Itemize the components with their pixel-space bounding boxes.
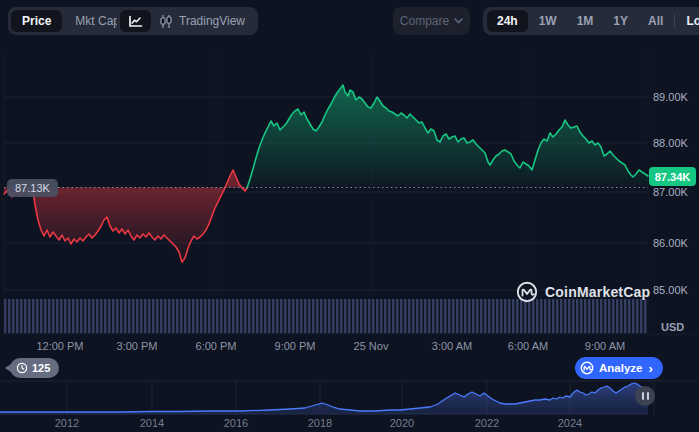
- line-chart-icon: [128, 15, 143, 28]
- analyze-label: Analyze: [599, 362, 642, 374]
- chart-toolbar: Price Mkt Cap: [0, 0, 699, 44]
- timeline-year-label: 2016: [214, 417, 258, 429]
- tradingview-chart-type-button[interactable]: TradingView: [153, 14, 255, 29]
- time-range-selector: 24h 1W 1M 1Y All Log: [483, 7, 699, 35]
- compare-button[interactable]: Compare: [393, 7, 470, 35]
- range-button-1w[interactable]: 1W: [530, 14, 566, 28]
- timeline-year-label: 2020: [380, 417, 424, 429]
- compare-label: Compare: [400, 14, 449, 28]
- analyze-button[interactable]: Analyze ›: [575, 357, 663, 379]
- range-button-all[interactable]: All: [639, 14, 672, 28]
- timeline-year-label: 2024: [548, 417, 592, 429]
- x-axis-label: 6:00 AM: [496, 340, 560, 352]
- current-price-badge: 87.34K: [649, 167, 696, 186]
- chevron-right-icon: ›: [648, 361, 652, 376]
- x-axis-label: 3:00 AM: [420, 340, 484, 352]
- timeline-year-label: 2022: [465, 417, 509, 429]
- price-tab[interactable]: Price: [11, 10, 62, 32]
- timeline-year-label: 2014: [130, 417, 174, 429]
- x-axis-label: 25 Nov: [339, 340, 403, 352]
- line-chart-type-button[interactable]: [120, 10, 151, 32]
- watermark: CoinMarketCap: [516, 281, 650, 303]
- watermark-text: CoinMarketCap: [545, 284, 650, 300]
- history-count: 125: [32, 362, 50, 374]
- timeline-year-label: 2018: [298, 417, 342, 429]
- coinmarketcap-chart-widget: 89.00K 88.00K 87.00K 86.00K 85.00K USD 1…: [0, 0, 699, 432]
- log-scale-toggle[interactable]: Log: [677, 14, 699, 28]
- timeline-drag-handle[interactable]: [635, 386, 655, 406]
- range-button-1m[interactable]: 1M: [568, 14, 603, 28]
- x-axis-label: 3:00 PM: [105, 340, 169, 352]
- chevron-down-icon: [454, 18, 463, 24]
- price-mktcap-toggle: Price Mkt Cap: [8, 7, 134, 35]
- tradingview-label: TradingView: [179, 14, 245, 28]
- history-count-badge[interactable]: 125: [10, 358, 59, 378]
- x-axis-label: 6:00 PM: [184, 340, 248, 352]
- y-axis-label: 88.00K: [653, 137, 697, 149]
- y-axis-label: 89.00K: [653, 91, 697, 103]
- clock-history-icon: [16, 362, 28, 374]
- open-price-badge: 87.13K: [7, 179, 58, 197]
- timeline-year-label: 2012: [45, 417, 89, 429]
- y-axis-label: 86.00K: [653, 237, 697, 249]
- coinmarketcap-logo-icon: [516, 281, 538, 303]
- currency-label: USD: [661, 321, 684, 333]
- x-axis-label: 9:00 AM: [573, 340, 637, 352]
- x-axis-label: 9:00 PM: [263, 340, 327, 352]
- range-button-24h[interactable]: 24h: [487, 10, 528, 32]
- cmc-logo-icon: [580, 361, 594, 375]
- timeline-scrubber-area[interactable]: [0, 381, 699, 415]
- y-axis-label: 87.00K: [653, 186, 697, 198]
- y-axis-label: 85.00K: [653, 284, 697, 296]
- range-button-1y[interactable]: 1Y: [604, 14, 637, 28]
- x-axis-label: 12:00 PM: [28, 340, 92, 352]
- divider: [674, 14, 675, 28]
- chart-type-toggle: TradingView: [117, 7, 258, 35]
- candlestick-icon: [159, 14, 173, 29]
